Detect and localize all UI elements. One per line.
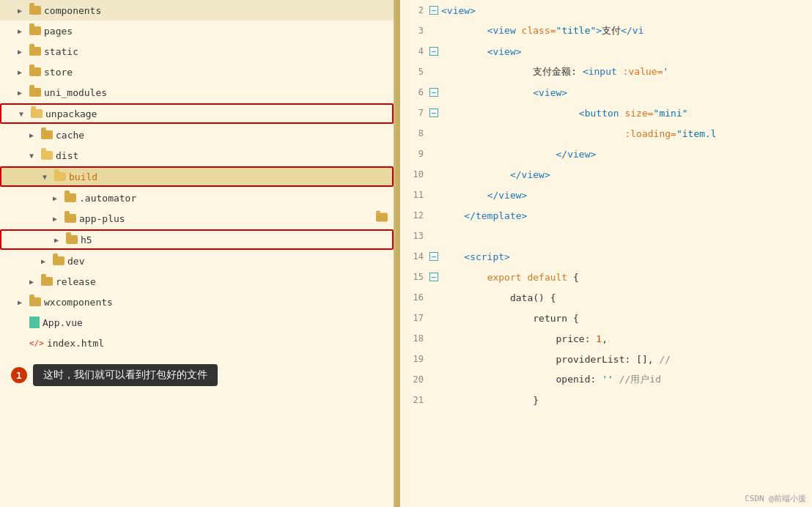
- code-content: <view>: [438, 87, 567, 98]
- tree-item-release[interactable]: ▶ release: [0, 271, 394, 292]
- tree-item-app-vue[interactable]: App.vue: [0, 312, 394, 333]
- arrow-icon: ▶: [53, 215, 64, 223]
- item-label: pages: [44, 26, 73, 37]
- line-number: 7: [400, 108, 429, 118]
- line-number: 13: [400, 231, 429, 241]
- tree-item-uni-modules[interactable]: ▶ uni_modules: [0, 82, 394, 103]
- item-label: cache: [56, 130, 84, 141]
- code-content: <view>: [438, 5, 476, 16]
- line-number: 16: [400, 292, 429, 303]
- tree-item-components[interactable]: ▶ components: [0, 0, 394, 21]
- item-label: build: [69, 171, 97, 182]
- arrow-icon: ▶: [18, 89, 29, 97]
- arrow-expanded-icon: ▼: [19, 110, 31, 118]
- code-line-12: 12 </template>: [400, 205, 812, 226]
- tree-item-unpackage[interactable]: ▼ unpackage: [0, 103, 394, 124]
- arrow-icon: ▶: [18, 68, 29, 76]
- tooltip-badge: 1: [11, 367, 27, 383]
- fold-icon[interactable]: −: [429, 88, 438, 97]
- code-line-16: 16 data() {: [400, 287, 812, 308]
- code-line-18: 18 price: 1,: [400, 328, 812, 349]
- fold-icon[interactable]: −: [429, 47, 438, 56]
- code-content: <script>: [438, 251, 510, 262]
- right-folder-icon: [376, 213, 388, 224]
- code-line-20: 20 openid: '' //用户id: [400, 369, 812, 390]
- line-number: 11: [400, 190, 429, 200]
- folder-icon-release: [41, 277, 53, 286]
- line-number: 12: [400, 210, 429, 221]
- item-label: app-plus: [79, 213, 125, 224]
- tree-item-index-html[interactable]: </> index.html: [0, 333, 394, 353]
- fold-icon[interactable]: −: [429, 108, 438, 117]
- folder-icon-wxcomponents: [29, 297, 41, 306]
- code-line-15: 15 − export default {: [400, 267, 812, 287]
- tree-item-automator[interactable]: ▶ .automator: [0, 188, 394, 208]
- line-number: 19: [400, 354, 429, 364]
- code-content: 支付金额: <input :value=': [438, 65, 668, 78]
- item-label: components: [44, 5, 101, 16]
- code-content: </view>: [438, 149, 596, 160]
- code-content: return {: [438, 313, 579, 324]
- tree-item-dev[interactable]: ▶ dev: [0, 251, 394, 271]
- item-label: unpackage: [45, 108, 97, 119]
- tree-item-wxcomponents[interactable]: ▶ wxcomponents: [0, 292, 394, 312]
- tree-item-store[interactable]: ▶ store: [0, 62, 394, 82]
- code-line-7: 7 − <button size="mini": [400, 103, 812, 123]
- code-line-11: 11 </view>: [400, 185, 812, 205]
- item-label: .automator: [79, 193, 136, 204]
- arrow-icon: ▶: [29, 278, 41, 286]
- folder-icon-app-plus: [64, 214, 76, 223]
- folder-icon-store: [29, 67, 41, 76]
- line-number: 20: [400, 374, 429, 385]
- code-line-8: 8 :loading="item.l: [400, 123, 812, 144]
- line-number: 18: [400, 333, 429, 344]
- folder-icon-uni-modules: [29, 88, 41, 97]
- tree-item-app-plus[interactable]: ▶ app-plus: [0, 208, 394, 229]
- folder-icon-h5: [66, 235, 78, 244]
- tree-item-h5[interactable]: ▶ h5: [0, 229, 394, 250]
- code-content: <view>: [438, 46, 522, 57]
- code-content: <button size="mini": [438, 108, 688, 119]
- line-number: 15: [400, 272, 429, 282]
- line-number: 17: [400, 313, 429, 323]
- arrow-expanded-icon: ▼: [43, 173, 54, 181]
- code-content: providerList: [], //: [438, 354, 671, 365]
- item-label: dist: [56, 150, 78, 161]
- scrollbar-indicator: [396, 0, 400, 507]
- arrow-icon: ▶: [54, 236, 66, 244]
- line-number: 14: [400, 251, 429, 262]
- code-content: price: 1,: [438, 333, 608, 344]
- folder-icon-build: [54, 172, 66, 181]
- code-line-21: 21 }: [400, 390, 812, 410]
- tooltip-text: 这时，我们就可以看到打包好的文件: [33, 364, 218, 386]
- code-line-19: 19 providerList: [], //: [400, 349, 812, 369]
- arrow-icon: ▶: [18, 298, 29, 306]
- line-number: 5: [400, 67, 429, 77]
- tree-item-pages[interactable]: ▶ pages: [0, 21, 394, 41]
- code-content: export default {: [438, 272, 579, 283]
- fold-icon[interactable]: −: [429, 273, 438, 281]
- tree-item-dist[interactable]: ▼ dist: [0, 145, 394, 166]
- fold-icon[interactable]: −: [429, 6, 438, 15]
- code-line-4: 4 − <view>: [400, 41, 812, 62]
- code-line-6: 6 − <view>: [400, 82, 812, 103]
- item-label: wxcomponents: [44, 297, 113, 308]
- line-number: 4: [400, 46, 429, 56]
- tree-item-build[interactable]: ▼ build: [0, 166, 394, 187]
- line-number: 8: [400, 128, 429, 138]
- item-label: h5: [81, 234, 92, 245]
- item-label: static: [44, 46, 78, 57]
- code-line-10: 10 </view>: [400, 164, 812, 185]
- code-line-3: 3 <view class="title">支付</vi: [400, 21, 812, 41]
- tree-item-static[interactable]: ▶ static: [0, 41, 394, 62]
- folder-icon-pages: [29, 26, 41, 35]
- fold-icon[interactable]: −: [429, 252, 438, 261]
- code-line-13: 13: [400, 226, 812, 246]
- code-content: </template>: [438, 210, 527, 221]
- line-number: 3: [400, 26, 429, 36]
- code-content: openid: '' //用户id: [438, 373, 661, 386]
- tree-item-cache[interactable]: ▶ cache: [0, 125, 394, 145]
- folder-icon-unpackage: [31, 109, 43, 118]
- folder-icon-automator: [64, 193, 76, 202]
- folder-icon-cache: [41, 130, 53, 139]
